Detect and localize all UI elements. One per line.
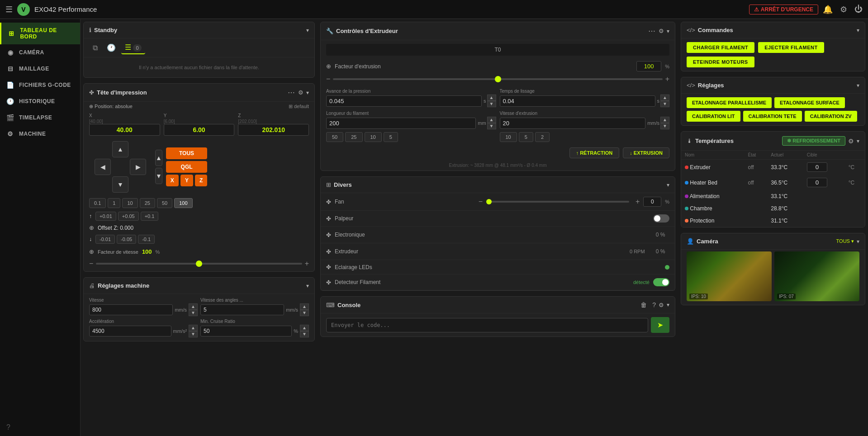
filament-25[interactable]: 25 <box>345 132 362 142</box>
vitesse-angles-down[interactable]: ▼ <box>300 310 309 316</box>
filament-input[interactable] <box>326 118 476 129</box>
offset-down-01[interactable]: -0.1 <box>138 235 155 244</box>
offset-up-01[interactable]: +0.1 <box>141 212 159 221</box>
refroidissement-btn[interactable]: ❄ REFROIDISSEMENT <box>782 136 845 146</box>
console-input[interactable] <box>326 318 648 332</box>
temps-gear[interactable]: ⚙ <box>848 137 854 145</box>
settings-icon[interactable]: ⚙ <box>840 5 847 14</box>
extruder-gear[interactable]: ⚙ <box>659 28 664 34</box>
filament-10[interactable]: 10 <box>365 132 382 142</box>
menu-icon[interactable]: ☰ <box>5 5 13 14</box>
offset-up-001[interactable]: +0.01 <box>95 212 116 221</box>
eteindre-btn[interactable]: ETEINDRE MOTEURS <box>687 57 754 67</box>
extrusion-slider[interactable] <box>333 78 662 80</box>
printhead-dots[interactable]: ⋯ <box>288 88 295 97</box>
speed-slider[interactable] <box>96 263 302 265</box>
console-trash[interactable]: 🗑 <box>640 301 647 308</box>
extruder-chevron[interactable]: ▾ <box>667 28 669 34</box>
offset-down-001[interactable]: -0.01 <box>95 235 115 244</box>
vitesse-10[interactable]: 10 <box>500 132 517 142</box>
calibration-zv-btn[interactable]: CALIBRATION ZV <box>805 111 857 122</box>
acceleration-input[interactable] <box>89 326 171 336</box>
vitesse-angles-up[interactable]: ▲ <box>300 303 309 310</box>
extruder-dots[interactable]: ⋯ <box>648 27 656 35</box>
printhead-chevron[interactable]: ▾ <box>306 90 309 96</box>
filament-up[interactable]: ▲ <box>487 117 496 123</box>
palpeur-toggle[interactable] <box>653 214 669 223</box>
vitesse-ext-input[interactable] <box>500 118 646 129</box>
extrude-btn[interactable]: ↓ EXTRUSION <box>623 147 669 158</box>
step-100[interactable]: 100 <box>174 198 192 208</box>
vitesse-5[interactable]: 5 <box>519 132 533 142</box>
speed-plus[interactable]: + <box>305 260 309 268</box>
fan-input[interactable] <box>643 197 661 207</box>
calibration-lit-btn[interactable]: CALIBRATION LIT <box>687 111 740 122</box>
charger-btn[interactable]: CHARGER FILAMENT <box>687 42 754 53</box>
sidebar-item-timelapse[interactable]: 🎬 TIMELAPSE <box>0 109 80 126</box>
etalonnage-surface-btn[interactable]: ETALONNAGE SURFACE <box>774 97 845 108</box>
z-input[interactable] <box>238 124 309 136</box>
divers-chevron[interactable]: ▾ <box>667 182 669 188</box>
vitesse-angles-input[interactable] <box>200 304 284 315</box>
standby-tab-queue[interactable]: ☰ 0 <box>121 41 145 54</box>
filament-50[interactable]: 50 <box>326 132 343 142</box>
power-icon[interactable]: ⏻ <box>854 5 863 14</box>
step-01[interactable]: 0.1 <box>89 198 106 208</box>
camera-chevron[interactable]: ▾ <box>857 238 859 245</box>
vitesse-ext-down[interactable]: ▼ <box>660 123 669 129</box>
min-cruise-up[interactable]: ▲ <box>300 325 309 331</box>
help-icon[interactable]: ? <box>0 419 80 436</box>
detecteur-toggle[interactable] <box>653 278 669 286</box>
y-input[interactable] <box>164 124 235 136</box>
qgl-btn[interactable]: QGL <box>166 161 207 173</box>
vitesse-input[interactable] <box>89 304 173 315</box>
step-1[interactable]: 1 <box>108 198 120 208</box>
extrusion-plus[interactable]: + <box>665 75 669 83</box>
step-25[interactable]: 25 <box>140 198 155 208</box>
min-cruise-down[interactable]: ▼ <box>300 331 309 337</box>
avance-input[interactable] <box>326 95 482 107</box>
console-send-btn[interactable]: ➤ <box>651 317 669 333</box>
sidebar-item-camera[interactable]: ◉ CAMÉRA <box>0 44 80 61</box>
standby-tab-history[interactable]: 🕐 <box>103 42 119 54</box>
offset-down-005[interactable]: -0.05 <box>117 235 136 244</box>
calibration-tete-btn[interactable]: CALIBRATION TETE <box>743 111 802 122</box>
reglages-chevron[interactable]: ▾ <box>857 82 859 89</box>
temp-target-1[interactable] <box>807 178 827 187</box>
temp-target-0[interactable] <box>807 162 827 172</box>
avance-up[interactable]: ▲ <box>487 95 496 101</box>
tous-btn[interactable]: TOUS <box>166 147 207 159</box>
offset-up-005[interactable]: +0.05 <box>118 212 139 221</box>
temps-chevron[interactable]: ▾ <box>857 138 859 144</box>
bell-icon[interactable]: 🔔 <box>823 5 833 14</box>
sidebar-item-gcode[interactable]: 📄 FICHIERS G-CODE <box>0 77 80 93</box>
x-input[interactable] <box>89 124 160 136</box>
sidebar-item-machine[interactable]: ⚙ MACHINE <box>0 126 80 142</box>
step-10[interactable]: 10 <box>122 198 138 208</box>
console-help[interactable]: ? <box>652 301 656 308</box>
step-50[interactable]: 50 <box>157 198 172 208</box>
machine-settings-chevron[interactable]: ▾ <box>306 283 309 289</box>
acceleration-up[interactable]: ▲ <box>189 325 198 331</box>
retract-btn[interactable]: ↑ RÉTRACTION <box>569 147 620 158</box>
x-axis-btn[interactable]: X <box>166 175 179 186</box>
filament-down[interactable]: ▼ <box>487 123 496 129</box>
lissage-input[interactable] <box>500 95 655 107</box>
etalonnage-parallelisme-btn[interactable]: ETALONNAGE PARALLELISME <box>687 97 772 108</box>
ejecter-btn[interactable]: EJECTER FILAMENT <box>758 42 824 53</box>
z-axis-btn[interactable]: Z <box>195 175 207 186</box>
fan-slider-minus[interactable]: − <box>479 198 483 206</box>
console-gear[interactable]: ⚙ <box>659 302 664 308</box>
jog-down-btn[interactable]: ▼ <box>112 176 128 193</box>
sidebar-item-tableau[interactable]: ⊞ TABLEAU DE BORD <box>0 23 80 44</box>
vitesse-down[interactable]: ▼ <box>189 310 198 316</box>
jog-up-btn[interactable]: ▲ <box>112 141 128 157</box>
printhead-gear[interactable]: ⚙ <box>298 89 304 96</box>
standby-tab-copy[interactable]: ⧉ <box>89 42 101 54</box>
y-axis-btn[interactable]: Y <box>180 175 193 186</box>
min-cruise-input[interactable] <box>200 326 292 336</box>
jog-left-btn[interactable]: ◀ <box>95 159 111 175</box>
emergency-button[interactable]: ⚠ ARRÊT D'URGENCE <box>749 5 818 14</box>
camera-tous-btn[interactable]: TOUS ▾ <box>836 238 854 244</box>
console-chevron[interactable]: ▾ <box>667 302 669 308</box>
